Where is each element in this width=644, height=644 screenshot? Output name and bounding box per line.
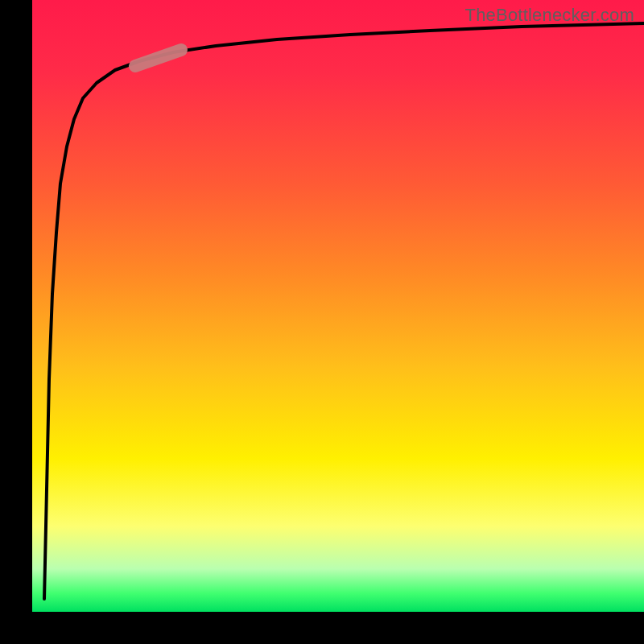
curve-highlight-marker: [32, 0, 644, 612]
chart-frame: TheBottlenecker.com: [0, 0, 644, 644]
plot-area: TheBottlenecker.com: [32, 0, 644, 612]
